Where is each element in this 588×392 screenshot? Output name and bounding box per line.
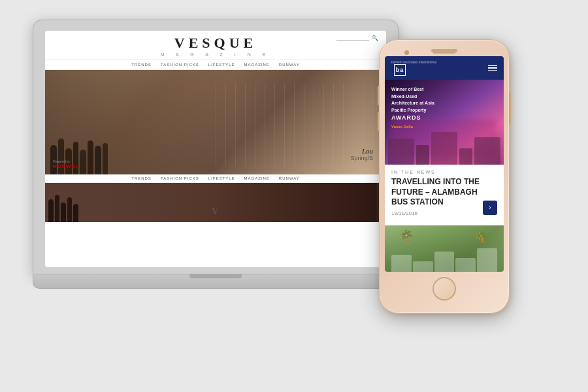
laptop-device: 🔍 VESQUE M A G A Z I N E TRENDS FASHION … xyxy=(33,20,399,294)
phone-home-button[interactable] xyxy=(433,277,456,301)
news-section-label: IN THE NEWS xyxy=(391,170,497,174)
thumb-building-1 xyxy=(391,255,412,272)
nav-fashion-picks[interactable]: FASHION PICKS xyxy=(161,63,199,67)
hamburger-line-1 xyxy=(488,65,497,67)
nav-magazine[interactable]: MAGAZINE xyxy=(244,63,270,67)
thumb-building-5 xyxy=(477,248,497,272)
news-date: 19/11/2016 xyxy=(391,210,497,216)
magazine-hero: Lou Spring/S Powered by HUAWEI xyxy=(45,70,386,174)
sponsor-logo: HUAWEI xyxy=(53,163,78,169)
hamburger-menu[interactable] xyxy=(488,65,497,71)
phone-earpiece xyxy=(433,51,456,54)
nav2-magazine[interactable]: MAGAZINE xyxy=(244,176,270,180)
hero-season: Spring/S xyxy=(350,155,373,161)
thumb-building-3 xyxy=(434,252,455,272)
news-arrow-button[interactable]: › xyxy=(483,201,497,215)
hero-brand-text: Lou Spring/S xyxy=(350,147,373,161)
hamburger-line-2 xyxy=(488,67,497,69)
magazine-logo: VESQUE xyxy=(174,35,257,52)
news-title-line3: BUS STATION xyxy=(391,197,444,206)
bottom-image: V xyxy=(45,183,386,222)
bottom-logo-letter: V xyxy=(212,206,220,217)
ba-logo: ba xyxy=(394,64,406,76)
hero-brand: Lou xyxy=(350,147,373,155)
magazine-nav-bottom: TRENDS FASHION PICKS LIFESTYLE MAGAZINE … xyxy=(45,174,386,183)
nav2-runway[interactable]: RUNWAY xyxy=(279,176,300,180)
search-area: 🔍 xyxy=(336,35,378,41)
scene: 🔍 VESQUE M A G A Z I N E TRENDS FASHION … xyxy=(0,0,588,392)
phone-nav-bar: barnett associates international ba xyxy=(385,56,504,80)
phone-nav-logo: ba xyxy=(391,64,436,76)
nav2-lifestyle[interactable]: LIFESTYLE xyxy=(208,176,235,180)
magazine-nav: TRENDS FASHION PICKS LIFESTYLE MAGAZINE … xyxy=(45,60,386,70)
news-title: TRAVELLING INTO THE FUTURE – ALAMBAGH BU… xyxy=(391,177,497,208)
laptop-screen: 🔍 VESQUE M A G A Z I N E TRENDS FASHION … xyxy=(45,31,386,267)
nav2-trends[interactable]: TRENDS xyxy=(131,176,152,180)
award-location: Vasas Della xyxy=(391,124,434,130)
award-line-5: AWARDS xyxy=(391,114,434,123)
award-line-2: Mixed-Used xyxy=(391,93,434,101)
hero-powered-by: Powered by HUAWEI xyxy=(53,159,78,169)
nav-lifestyle[interactable]: LIFESTYLE xyxy=(208,63,235,67)
magazine-header: 🔍 VESQUE M A G A Z I N E xyxy=(45,31,386,60)
phone-device: barnett associates international ba xyxy=(379,39,510,314)
logo-text: VESQUE xyxy=(174,35,257,51)
thumb-building-4 xyxy=(455,258,476,272)
news-title-line2: FUTURE – ALAMBAGH xyxy=(391,188,478,197)
hamburger-line-3 xyxy=(488,70,497,71)
news-section: IN THE NEWS TRAVELLING INTO THE FUTURE –… xyxy=(385,165,504,225)
phone-screen: barnett associates international ba xyxy=(385,56,504,272)
magazine-tagline: M A G A Z I N E xyxy=(161,52,271,57)
phone-camera xyxy=(404,50,409,55)
phone-hero-image: Winner of Best Mixed-Used Architecture a… xyxy=(385,80,504,165)
palm-tree-left: 🌴 xyxy=(398,229,414,244)
laptop-base xyxy=(33,274,399,289)
phone-side-button-left-1 xyxy=(378,86,380,105)
hero-image: Lou Spring/S Powered by HUAWEI xyxy=(45,70,386,174)
thumb-buildings xyxy=(385,245,504,272)
nav-runway[interactable]: RUNWAY xyxy=(279,63,300,67)
phone-body: barnett associates international ba xyxy=(379,39,510,314)
palm-tree-right: 🌴 xyxy=(474,231,487,243)
phone-side-button-right xyxy=(509,92,511,125)
search-icon[interactable]: 🔍 xyxy=(372,35,378,41)
award-line-4: Pacific Property xyxy=(391,107,434,114)
phone-thumb-image: 🌴 🌴 xyxy=(385,225,504,272)
thumb-building-2 xyxy=(413,261,433,272)
search-bar[interactable] xyxy=(336,35,369,41)
magazine-bottom-strip: V xyxy=(45,183,386,222)
phone-side-button-left-2 xyxy=(378,112,380,131)
laptop-screen-bezel: 🔍 VESQUE M A G A Z I N E TRENDS FASHION … xyxy=(33,20,399,274)
nav-trends[interactable]: TRENDS xyxy=(131,63,152,67)
award-line-1: Winner of Best xyxy=(391,86,434,93)
news-title-line1: TRAVELLING INTO THE xyxy=(391,177,480,186)
award-text: Winner of Best Mixed-Used Architecture a… xyxy=(391,86,434,130)
nav2-fashion-picks[interactable]: FASHION PICKS xyxy=(161,176,199,180)
award-line-3: Architecture at Asia xyxy=(391,100,434,107)
